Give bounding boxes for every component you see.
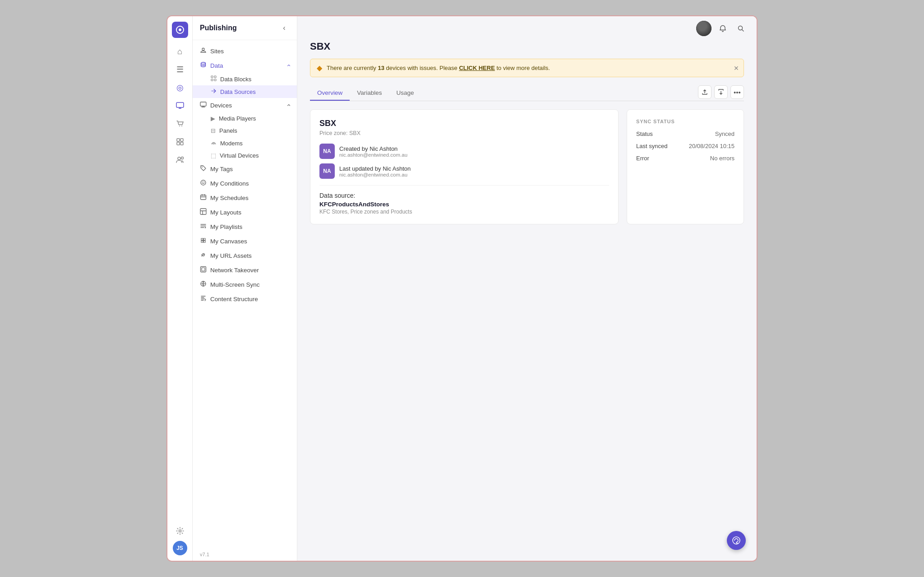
rail-globe-icon[interactable]: ◎ xyxy=(172,79,188,96)
sidebar-item-my-canvases[interactable]: My Canvases xyxy=(193,234,297,248)
svg-rect-33 xyxy=(202,268,205,271)
sidebar-navigation: Sites Data Data Blocks xyxy=(193,40,297,548)
sidebar-item-content-structure[interactable]: Content Structure xyxy=(193,292,297,306)
version-label: v7.1 xyxy=(193,548,297,561)
rail-cart-icon[interactable] xyxy=(172,116,188,132)
my-layouts-icon xyxy=(200,208,207,216)
svg-rect-10 xyxy=(180,142,183,145)
sidebar-item-modems[interactable]: Modems xyxy=(193,137,297,149)
alert-close-button[interactable]: ✕ xyxy=(734,65,739,72)
sidebar-item-data-sources[interactable]: Data Sources xyxy=(193,85,297,98)
sites-label: Sites xyxy=(210,48,224,55)
updated-by-avatar: NA xyxy=(319,163,335,179)
tab-variables[interactable]: Variables xyxy=(350,86,389,101)
svg-rect-18 xyxy=(211,79,213,81)
sidebar-collapse-button[interactable]: ‹ xyxy=(279,23,290,33)
svg-rect-16 xyxy=(211,76,213,78)
svg-rect-17 xyxy=(214,76,216,78)
rail-monitor-icon[interactable] xyxy=(172,98,188,114)
sync-status-key: Status xyxy=(636,130,653,137)
sidebar-item-sites[interactable]: Sites xyxy=(193,44,297,58)
svg-point-37 xyxy=(733,537,740,544)
sidebar-item-virtual-devices[interactable]: ⬚ Virtual Devices xyxy=(193,149,297,162)
data-source-description: KFC Stores, Price zones and Products xyxy=(319,209,609,215)
data-icon xyxy=(200,61,207,70)
alert-count: 13 xyxy=(378,65,384,71)
download-button[interactable] xyxy=(714,85,728,99)
sites-icon xyxy=(200,47,207,55)
devices-section-left: Devices xyxy=(200,101,232,109)
sidebar-item-my-conditions[interactable]: My Conditions xyxy=(193,176,297,191)
svg-rect-7 xyxy=(177,139,180,141)
panels-label: Panels xyxy=(219,127,237,134)
sync-last-synced-key: Last synced xyxy=(636,143,667,149)
overview-panel-title: SBX xyxy=(319,119,609,128)
data-source-name: KFCProductsAndStores xyxy=(319,201,609,208)
alert-link[interactable]: CLICK HERE xyxy=(459,65,494,71)
my-canvases-label: My Canvases xyxy=(210,238,247,245)
sidebar-item-my-playlists[interactable]: My Playlists xyxy=(193,219,297,234)
my-conditions-icon xyxy=(200,179,207,187)
rail-grid-icon[interactable] xyxy=(172,134,188,150)
devices-label: Devices xyxy=(210,102,232,109)
updated-by-email: nic.ashton@entwined.com.au xyxy=(339,172,411,177)
content-structure-label: Content Structure xyxy=(210,296,258,302)
sidebar-header: Publishing ‹ xyxy=(193,16,297,40)
notification-bell-button[interactable] xyxy=(716,22,730,35)
updated-by-row: NA Last updated by Nic Ashton nic.ashton… xyxy=(319,163,609,179)
sidebar-item-data-blocks[interactable]: Data Blocks xyxy=(193,73,297,85)
user-avatar-header[interactable] xyxy=(696,21,711,36)
svg-point-11 xyxy=(178,157,180,160)
sidebar-item-panels[interactable]: ⊟ Panels xyxy=(193,125,297,137)
svg-point-23 xyxy=(213,144,214,144)
alert-text: There are currently 13 devices with issu… xyxy=(327,65,737,71)
svg-rect-2 xyxy=(176,102,184,107)
my-playlists-icon xyxy=(200,223,207,231)
svg-point-25 xyxy=(201,180,206,185)
upload-button[interactable] xyxy=(698,85,711,99)
more-options-button[interactable]: ••• xyxy=(730,85,744,99)
alert-text-before: There are currently xyxy=(327,65,378,71)
tab-overview[interactable]: Overview xyxy=(310,86,350,101)
sync-error-value: No errors xyxy=(710,155,735,162)
sidebar-section-devices[interactable]: Devices xyxy=(193,98,297,112)
alert-icon: ◆ xyxy=(317,64,322,72)
sidebar-section-data[interactable]: Data xyxy=(193,58,297,73)
sidebar-item-my-schedules[interactable]: My Schedules xyxy=(193,191,297,205)
rail-user-avatar[interactable]: JS xyxy=(173,541,187,555)
app-window: ⌂ ☰ ◎ JS Publi xyxy=(166,15,758,562)
app-logo xyxy=(172,22,188,38)
alert-text-after: to view more details. xyxy=(495,65,550,71)
rail-home-icon[interactable]: ⌂ xyxy=(172,43,188,60)
data-chevron-icon xyxy=(287,62,290,69)
page-content: SBX ◆ There are currently 13 devices wit… xyxy=(297,41,757,561)
app-layout: ⌂ ☰ ◎ JS Publi xyxy=(167,16,757,561)
my-layouts-label: My Layouts xyxy=(210,209,241,216)
rail-book-icon[interactable]: ☰ xyxy=(172,61,188,78)
sidebar-item-media-players[interactable]: ▶ Media Players xyxy=(193,112,297,125)
sync-error-row: Error No errors xyxy=(636,155,735,162)
search-button[interactable] xyxy=(734,22,748,35)
alert-text-middle: devices with issues. Please xyxy=(384,65,459,71)
svg-point-24 xyxy=(202,167,203,168)
tab-usage[interactable]: Usage xyxy=(389,86,421,101)
data-sources-label: Data Sources xyxy=(220,88,256,95)
tabs-bar: Overview Variables Usage ••• xyxy=(310,85,744,101)
rail-bottom: JS xyxy=(172,523,188,555)
rail-settings-icon[interactable] xyxy=(172,523,188,539)
multi-screen-sync-label: Multi-Screen Sync xyxy=(210,281,260,288)
sidebar-item-multi-screen-sync[interactable]: Multi-Screen Sync xyxy=(193,277,297,292)
page-title: SBX xyxy=(310,41,744,52)
virtual-devices-label: Virtual Devices xyxy=(220,152,259,159)
svg-point-12 xyxy=(181,157,183,159)
floating-action-button[interactable] xyxy=(727,531,746,550)
sidebar-item-network-takeover[interactable]: Network Takeover xyxy=(193,263,297,277)
my-tags-icon xyxy=(200,165,207,173)
sidebar-item-my-url-assets[interactable]: My URL Assets xyxy=(193,248,297,263)
rail-users-icon[interactable] xyxy=(172,152,188,168)
sidebar-item-my-tags[interactable]: My Tags xyxy=(193,162,297,176)
main-content: SBX ◆ There are currently 13 devices wit… xyxy=(297,16,757,561)
data-section-left: Data xyxy=(200,61,223,70)
sidebar-item-my-layouts[interactable]: My Layouts xyxy=(193,205,297,219)
sync-status-panel: SYNC STATUS Status Synced Last synced 20… xyxy=(627,109,744,224)
